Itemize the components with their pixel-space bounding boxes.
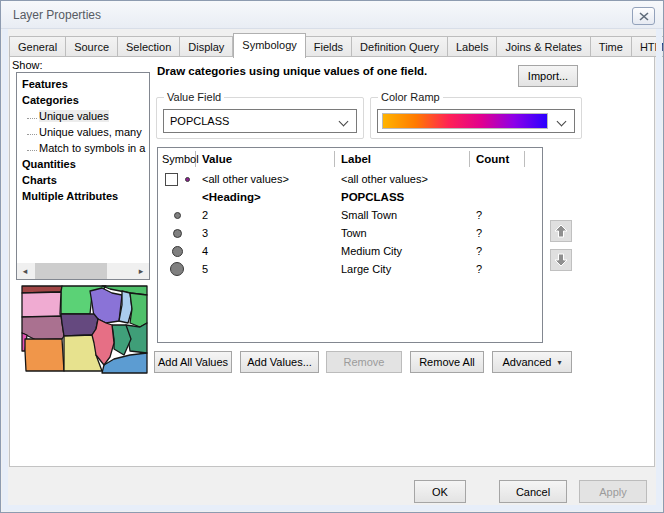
tab-labels[interactable]: Labels <box>448 36 497 57</box>
ok-button[interactable]: OK <box>414 480 466 503</box>
import-button[interactable]: Import... <box>518 65 578 87</box>
tree-item-label: Unique values <box>39 110 109 122</box>
dropdown-caret-icon: ▾ <box>557 358 561 367</box>
point-symbol-icon <box>170 262 184 276</box>
symbol-cell[interactable] <box>158 246 196 257</box>
table-row[interactable]: <all other values><all other values> <box>158 170 542 188</box>
tree-item-label: Multiple Attributes <box>22 190 118 202</box>
tree-item-label: Quantities <box>22 158 76 170</box>
column-header-count: Count <box>470 151 525 167</box>
tree-item-label: Match to symbols in a <box>39 142 145 154</box>
label-cell: Medium City <box>335 245 470 257</box>
window-frame <box>2 505 662 511</box>
tab-display[interactable]: Display <box>180 36 233 57</box>
symbol-cell[interactable] <box>158 212 196 219</box>
value-field-selected-value: POPCLASS <box>170 115 229 127</box>
chevron-down-icon <box>557 117 567 127</box>
count-cell: ? <box>470 263 525 275</box>
draw-method-description: Draw categories using unique values of o… <box>157 65 517 77</box>
tab-definition-query[interactable]: Definition Query <box>352 36 448 57</box>
all-other-values-checkbox[interactable] <box>165 173 178 186</box>
remove-all-button[interactable]: Remove All <box>410 351 484 373</box>
show-tree-item-categories[interactable]: Categories <box>17 92 149 108</box>
symbol-cell[interactable] <box>158 229 196 238</box>
value-cell: <Heading> <box>196 191 335 203</box>
close-button[interactable] <box>632 7 655 25</box>
advanced-button[interactable]: Advanced▾ <box>492 351 572 373</box>
column-header-value: Value <box>196 151 335 167</box>
label-cell: Small Town <box>335 209 470 221</box>
tree-horizontal-scrollbar[interactable]: ◂ ▸ <box>17 263 149 279</box>
region-mauve <box>22 316 64 340</box>
window-title: Layer Properties <box>13 8 101 22</box>
categories-table: SymbolValueLabelCount <all other values>… <box>157 147 543 343</box>
show-tree-item-multiple-attributes[interactable]: Multiple Attributes <box>17 188 149 204</box>
color-ramp-gradient <box>382 113 548 129</box>
tab-time[interactable]: Time <box>591 36 632 57</box>
close-icon <box>639 12 649 21</box>
table-row[interactable]: 5Large City? <box>158 260 542 278</box>
cancel-button[interactable]: Cancel <box>499 480 567 503</box>
value-cell: 3 <box>196 227 335 239</box>
symbol-cell[interactable] <box>158 173 196 186</box>
point-symbol-icon <box>173 229 182 238</box>
show-tree-item-match-to-symbols-in-a[interactable]: Match to symbols in a <box>17 140 149 156</box>
symbol-cell[interactable] <box>158 262 196 276</box>
move-up-button[interactable] <box>550 220 572 242</box>
table-row[interactable]: <Heading>POPCLASS <box>158 188 542 206</box>
show-tree-item-quantities[interactable]: Quantities <box>17 156 149 172</box>
remove-button[interactable]: Remove <box>326 351 402 373</box>
tree-item-label: Unique values, many <box>39 126 142 138</box>
scroll-thumb[interactable] <box>35 263 107 279</box>
color-ramp-dropdown[interactable] <box>377 109 575 133</box>
region-dark-purple <box>61 314 98 336</box>
show-tree-item-features[interactable]: Features <box>17 76 149 92</box>
symbology-tab-page: Show: FeaturesCategoriesUnique valuesUni… <box>9 56 655 467</box>
value-cell: 5 <box>196 263 335 275</box>
label-cell: Town <box>335 227 470 239</box>
apply-button[interactable]: Apply <box>579 480 647 503</box>
move-down-button[interactable] <box>550 249 572 271</box>
tab-selection[interactable]: Selection <box>118 36 180 57</box>
tree-item-label: Features <box>22 78 68 90</box>
value-field-group: Value Field POPCLASS <box>156 97 364 139</box>
point-symbol-icon <box>185 177 190 182</box>
tree-branch-line <box>27 115 37 119</box>
show-tree: FeaturesCategoriesUnique valuesUnique va… <box>16 72 150 280</box>
table-row[interactable]: 4Medium City? <box>158 242 542 260</box>
value-field-dropdown[interactable]: POPCLASS <box>163 109 357 133</box>
map-preview <box>18 283 148 374</box>
title-bar[interactable]: Layer Properties <box>1 1 663 29</box>
count-cell: ? <box>470 209 525 221</box>
color-ramp-group-label: Color Ramp <box>378 91 443 103</box>
column-header-symbol: Symbol <box>158 151 196 167</box>
tab-source[interactable]: Source <box>66 36 118 57</box>
label-cell: POPCLASS <box>335 191 470 203</box>
point-symbol-icon <box>172 246 183 257</box>
tab-general[interactable]: General <box>9 36 66 57</box>
value-cell: 4 <box>196 245 335 257</box>
add-values--button[interactable]: Add Values... <box>240 351 319 373</box>
scroll-left-icon[interactable]: ◂ <box>17 263 33 279</box>
show-tree-item-unique-values[interactable]: Unique values <box>17 108 149 124</box>
button-label: Remove <box>344 356 385 368</box>
value-cell: <all other values> <box>196 173 335 185</box>
chevron-down-icon <box>339 117 349 127</box>
count-cell: ? <box>470 227 525 239</box>
layer-properties-dialog: Layer Properties GeneralSourceSelectionD… <box>0 0 664 513</box>
categories-table-body: <all other values><all other values><Hea… <box>158 170 542 278</box>
column-header-label: Label <box>335 151 470 167</box>
show-tree-item-unique-values-many[interactable]: Unique values, many <box>17 124 149 140</box>
add-all-values-button[interactable]: Add All Values <box>154 351 232 373</box>
table-row[interactable]: 3Town? <box>158 224 542 242</box>
region-green-e <box>130 293 147 327</box>
scroll-right-icon[interactable]: ▸ <box>133 263 149 279</box>
tab-joins-relates[interactable]: Joins & Relates <box>497 36 590 57</box>
tab-symbology[interactable]: Symbology <box>233 33 305 58</box>
tab-strip: GeneralSourceSelectionDisplaySymbologyFi… <box>9 35 655 57</box>
button-label: Add Values... <box>247 356 312 368</box>
show-tree-item-charts[interactable]: Charts <box>17 172 149 188</box>
table-row[interactable]: 2Small Town? <box>158 206 542 224</box>
tab-fields[interactable]: Fields <box>306 36 352 57</box>
tree-branch-line <box>27 147 37 151</box>
